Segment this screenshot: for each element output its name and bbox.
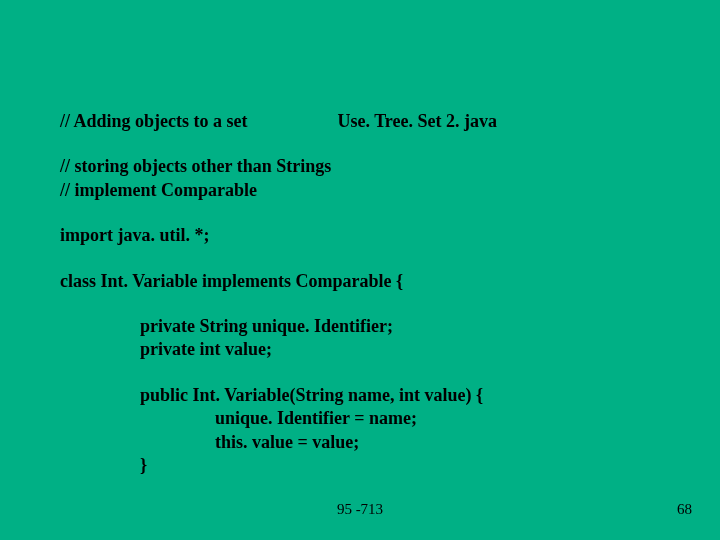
code-line: }: [60, 454, 660, 477]
code-line: public Int. Variable(String name, int va…: [60, 384, 660, 407]
blank-line: [60, 362, 660, 384]
code-text: Use. Tree. Set 2. java: [338, 111, 497, 131]
blank-line: [60, 248, 660, 270]
code-line: private String unique. Identifier;: [60, 315, 660, 338]
code-line: unique. Identifier = name;: [60, 407, 660, 430]
footer-course-id: 95 -713: [0, 501, 720, 518]
code-line: // implement Comparable: [60, 179, 660, 202]
spaces: [248, 111, 338, 131]
code-line: class Int. Variable implements Comparabl…: [60, 270, 660, 293]
blank-line: [60, 293, 660, 315]
slide: // Adding objects to a set Use. Tree. Se…: [0, 0, 720, 540]
code-line: import java. util. *;: [60, 224, 660, 247]
code-block: // Adding objects to a set Use. Tree. Se…: [0, 0, 720, 477]
code-line: // storing objects other than Strings: [60, 155, 660, 178]
blank-line: [60, 133, 660, 155]
code-line: this. value = value;: [60, 431, 660, 454]
blank-line: [60, 202, 660, 224]
code-line: private int value;: [60, 338, 660, 361]
code-line: // Adding objects to a set Use. Tree. Se…: [60, 110, 660, 133]
code-text: // Adding objects to a set: [60, 111, 248, 131]
page-number: 68: [677, 501, 692, 518]
